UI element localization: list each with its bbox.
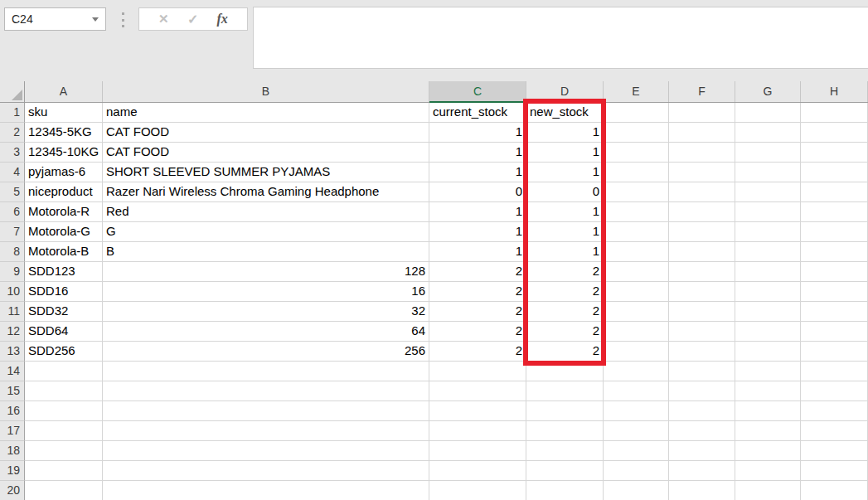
cell-E9[interactable] — [604, 262, 669, 282]
cell-D11[interactable]: 2 — [526, 302, 604, 322]
cell-C1[interactable]: current_stock — [429, 103, 526, 123]
cell-G1[interactable] — [735, 103, 801, 123]
row-header-9[interactable]: 9 — [0, 262, 25, 282]
cell-C5[interactable]: 0 — [429, 182, 526, 202]
cell-A15[interactable] — [25, 381, 103, 401]
row-header-6[interactable]: 6 — [0, 202, 25, 222]
cell-C11[interactable]: 2 — [429, 302, 526, 322]
cell-F10[interactable] — [669, 282, 735, 302]
cell-F14[interactable] — [669, 362, 735, 381]
cell-A2[interactable]: 12345-5KG — [25, 123, 103, 143]
cell-C10[interactable]: 2 — [429, 282, 526, 302]
cell-G8[interactable] — [735, 242, 801, 262]
row-header-3[interactable]: 3 — [0, 143, 25, 163]
cell-F7[interactable] — [669, 222, 735, 242]
cell-G20[interactable] — [735, 481, 801, 500]
row-header-7[interactable]: 7 — [0, 222, 25, 242]
row-header-8[interactable]: 8 — [0, 242, 25, 262]
cell-F4[interactable] — [669, 163, 735, 182]
cell-F16[interactable] — [669, 401, 735, 421]
column-header-C[interactable]: C — [429, 81, 526, 102]
column-header-D[interactable]: D — [526, 81, 604, 102]
cell-H1[interactable] — [801, 103, 868, 123]
cell-H4[interactable] — [801, 163, 868, 182]
cell-D14[interactable] — [526, 362, 604, 381]
cell-A14[interactable] — [25, 362, 103, 381]
row-header-12[interactable]: 12 — [0, 322, 25, 342]
cell-F13[interactable] — [669, 342, 735, 362]
cell-E6[interactable] — [604, 202, 669, 222]
row-header-1[interactable]: 1 — [0, 103, 25, 123]
cell-E8[interactable] — [604, 242, 669, 262]
row-header-19[interactable]: 19 — [0, 461, 25, 481]
cell-D5[interactable]: 0 — [526, 182, 604, 202]
cell-D10[interactable]: 2 — [526, 282, 604, 302]
column-header-G[interactable]: G — [735, 81, 801, 102]
cell-B6[interactable]: Red — [103, 202, 429, 222]
cell-G11[interactable] — [735, 302, 801, 322]
cell-D13[interactable]: 2 — [526, 342, 604, 362]
cell-H11[interactable] — [801, 302, 868, 322]
cell-A6[interactable]: Motorola-R — [25, 202, 103, 222]
cell-F15[interactable] — [669, 381, 735, 401]
cell-B3[interactable]: CAT FOOD — [103, 143, 429, 163]
cell-B15[interactable] — [103, 381, 429, 401]
cell-C14[interactable] — [429, 362, 526, 381]
cell-F20[interactable] — [669, 481, 735, 500]
cell-G13[interactable] — [735, 342, 801, 362]
cell-E17[interactable] — [604, 421, 669, 441]
cell-B9[interactable]: 128 — [103, 262, 429, 282]
cell-F11[interactable] — [669, 302, 735, 322]
cell-D18[interactable] — [526, 441, 604, 461]
cell-E15[interactable] — [604, 381, 669, 401]
cell-F5[interactable] — [669, 182, 735, 202]
cell-A19[interactable] — [25, 461, 103, 481]
cell-F6[interactable] — [669, 202, 735, 222]
row-header-4[interactable]: 4 — [0, 163, 25, 182]
cell-E3[interactable] — [604, 143, 669, 163]
cell-F18[interactable] — [669, 441, 735, 461]
cell-H5[interactable] — [801, 182, 868, 202]
cell-G17[interactable] — [735, 421, 801, 441]
cell-E12[interactable] — [604, 322, 669, 342]
cell-A11[interactable]: SDD32 — [25, 302, 103, 322]
row-header-5[interactable]: 5 — [0, 182, 25, 202]
row-header-16[interactable]: 16 — [0, 401, 25, 421]
cell-A7[interactable]: Motorola-G — [25, 222, 103, 242]
cell-G2[interactable] — [735, 123, 801, 143]
cell-C19[interactable] — [429, 461, 526, 481]
cell-C2[interactable]: 1 — [429, 123, 526, 143]
cell-A5[interactable]: niceproduct — [25, 182, 103, 202]
cell-E13[interactable] — [604, 342, 669, 362]
cell-A16[interactable] — [25, 401, 103, 421]
cell-D12[interactable]: 2 — [526, 322, 604, 342]
cell-E2[interactable] — [604, 123, 669, 143]
cell-E5[interactable] — [604, 182, 669, 202]
row-header-17[interactable]: 17 — [0, 421, 25, 441]
cell-H18[interactable] — [801, 441, 868, 461]
cell-B1[interactable]: name — [103, 103, 429, 123]
cell-F1[interactable] — [669, 103, 735, 123]
cell-H9[interactable] — [801, 262, 868, 282]
cell-B5[interactable]: Razer Nari Wireless Chroma Gaming Headph… — [103, 182, 429, 202]
cell-A18[interactable] — [25, 441, 103, 461]
cell-H3[interactable] — [801, 143, 868, 163]
cell-C4[interactable]: 1 — [429, 163, 526, 182]
row-header-15[interactable]: 15 — [0, 381, 25, 401]
cell-C3[interactable]: 1 — [429, 143, 526, 163]
cell-C20[interactable] — [429, 481, 526, 500]
cell-G7[interactable] — [735, 222, 801, 242]
row-header-11[interactable]: 11 — [0, 302, 25, 322]
cell-C8[interactable]: 1 — [429, 242, 526, 262]
cell-F19[interactable] — [669, 461, 735, 481]
cell-A4[interactable]: pyjamas-6 — [25, 163, 103, 182]
cell-C16[interactable] — [429, 401, 526, 421]
cell-G4[interactable] — [735, 163, 801, 182]
cell-H12[interactable] — [801, 322, 868, 342]
cell-H7[interactable] — [801, 222, 868, 242]
cell-F8[interactable] — [669, 242, 735, 262]
column-header-H[interactable]: H — [801, 81, 868, 102]
cell-D2[interactable]: 1 — [526, 123, 604, 143]
cell-F17[interactable] — [669, 421, 735, 441]
cell-F3[interactable] — [669, 143, 735, 163]
